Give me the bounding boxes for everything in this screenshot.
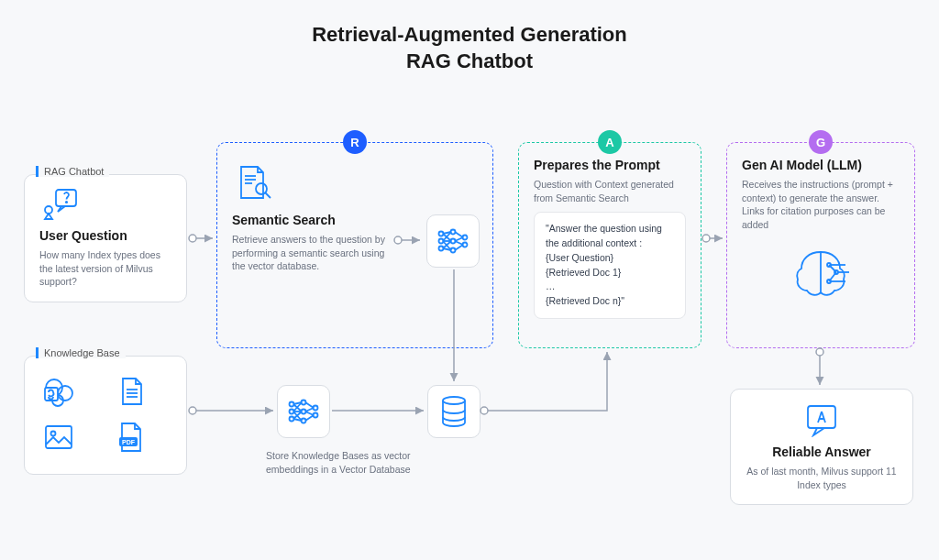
svg-point-54	[314, 406, 318, 411]
neural-icon-box-bottom	[277, 385, 330, 438]
retrieval-box: R Semantic Search Retrieve answers to th…	[216, 142, 493, 348]
svg-rect-47	[808, 406, 835, 428]
prompt-line: {Retrieved Doc 1}	[546, 266, 674, 280]
title-line-1: Retrieval-Augmented Generation	[0, 22, 939, 49]
knowledge-base-box: Knowledge Base PDF	[24, 356, 187, 475]
svg-line-18	[265, 192, 271, 198]
user-question-box: RAG Chatbot User Question How many Index…	[24, 174, 187, 302]
answer-title: Reliable Answer	[746, 445, 898, 459]
question-bubble-icon	[39, 188, 80, 221]
neural-network-icon	[435, 223, 471, 259]
svg-point-19	[439, 232, 444, 236]
generation-desc: Receives the instructions (prompt + cont…	[742, 178, 900, 232]
augment-title: Prepares the Prompt	[534, 158, 686, 172]
answer-desc: As of last month, Milvus support 11 Inde…	[746, 465, 898, 491]
svg-point-49	[290, 410, 294, 414]
svg-line-42	[829, 265, 836, 272]
svg-rect-10	[46, 426, 72, 448]
user-question-title: User Question	[39, 228, 171, 243]
svg-point-78	[481, 407, 488, 414]
svg-point-50	[290, 417, 294, 422]
prompt-line: {Retrieved Doc n}"	[546, 294, 674, 309]
svg-line-66	[305, 415, 314, 421]
svg-point-25	[463, 236, 468, 240]
generation-title: Gen AI Model (LLM)	[742, 158, 900, 172]
retrieval-badge: R	[343, 130, 367, 154]
database-icon-box	[427, 385, 481, 438]
user-question-label: RAG Chatbot	[36, 166, 109, 177]
svg-point-20	[439, 239, 444, 244]
svg-text:PDF: PDF	[122, 439, 136, 445]
svg-point-23	[451, 239, 456, 244]
svg-line-34	[455, 232, 463, 237]
svg-point-48	[290, 402, 294, 407]
svg-point-21	[439, 247, 444, 251]
svg-point-24	[451, 248, 456, 253]
answer-bubble-icon	[802, 402, 841, 437]
svg-point-2	[66, 202, 67, 203]
embedding-subtext: Store Knowledge Bases as vector embeddin…	[266, 449, 417, 476]
neural-network-icon	[285, 393, 322, 430]
user-question-desc: How many Index types does the latest ver…	[39, 248, 171, 289]
svg-point-26	[463, 243, 468, 247]
svg-point-51	[302, 401, 306, 405]
svg-point-67	[443, 397, 465, 404]
retrieval-desc: Retrieve answers to the question by perf…	[232, 233, 397, 273]
search-document-icon	[234, 163, 274, 203]
generation-box: G Gen AI Model (LLM) Receives the instru…	[726, 142, 915, 348]
neural-icon-box-top	[426, 214, 480, 268]
svg-line-64	[305, 408, 314, 412]
prompt-line: …	[546, 280, 674, 294]
svg-point-68	[189, 235, 196, 242]
svg-point-53	[302, 419, 306, 423]
database-icon	[437, 393, 470, 430]
svg-point-72	[702, 235, 710, 242]
prompt-line: {User Question}	[546, 251, 674, 266]
svg-line-35	[455, 237, 463, 241]
svg-point-11	[51, 432, 56, 436]
ai-brain-icon	[789, 247, 853, 302]
pdf-icon: PDF	[114, 421, 149, 456]
image-icon	[41, 421, 76, 456]
svg-line-37	[455, 245, 463, 250]
diagram-title: Retrieval-Augmented Generation RAG Chatb…	[0, 0, 939, 74]
sharepoint-icon	[41, 375, 76, 410]
augment-badge: A	[598, 130, 622, 154]
knowledge-base-label: Knowledge Base	[36, 347, 126, 358]
prompt-line: "Answer the question using the additiona…	[546, 222, 674, 251]
svg-point-74	[189, 407, 196, 414]
answer-box: Reliable Answer As of last month, Milvus…	[730, 389, 913, 505]
augment-box: A Prepares the Prompt Question with Cont…	[518, 142, 701, 348]
svg-line-36	[455, 241, 463, 245]
augment-desc: Question with Context generated from Sem…	[534, 178, 686, 204]
title-line-2: RAG Chatbot	[0, 49, 939, 75]
svg-point-79	[816, 348, 823, 356]
document-icon	[114, 375, 149, 410]
svg-point-22	[451, 230, 456, 235]
svg-line-65	[305, 412, 314, 415]
svg-point-52	[302, 410, 306, 414]
generation-badge: G	[809, 130, 833, 154]
prompt-template: "Answer the question using the additiona…	[534, 212, 686, 319]
svg-line-63	[305, 402, 314, 408]
svg-point-55	[314, 413, 318, 418]
svg-line-43	[829, 272, 836, 281]
